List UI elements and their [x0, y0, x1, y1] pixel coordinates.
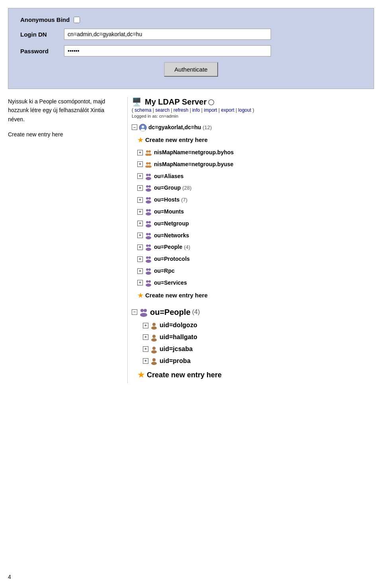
- auth-button-row: Authenticate: [20, 62, 362, 77]
- expand-people-collapsed[interactable]: +: [137, 245, 143, 250]
- label-networks[interactable]: ou=Networks: [154, 231, 189, 241]
- svg-point-41: [140, 309, 144, 312]
- label-hallgato[interactable]: uid=hallgato: [160, 332, 197, 343]
- ldap-server-title: My LDAP Server: [145, 97, 207, 107]
- label-proba[interactable]: uid=proba: [160, 355, 191, 367]
- expand-dolgozo[interactable]: +: [143, 323, 148, 328]
- svg-point-22: [146, 212, 151, 215]
- svg-point-25: [146, 224, 151, 227]
- ldap-tree: − dc=gyakorlat,dc=hu (12) ★ Create new e…: [132, 122, 374, 383]
- export-link[interactable]: export: [221, 107, 234, 113]
- expand-byuse[interactable]: +: [137, 161, 143, 167]
- instruction-text-2: Create new entry here: [8, 130, 119, 139]
- create-entry-middle[interactable]: ★ Create new entry here: [132, 289, 374, 302]
- expand-byhos[interactable]: +: [137, 150, 143, 155]
- label-byuse[interactable]: nisMapName=netgroup.byuse: [154, 159, 234, 169]
- svg-point-38: [146, 280, 148, 283]
- expand-hosts[interactable]: +: [137, 197, 143, 203]
- expand-proba[interactable]: +: [143, 358, 148, 364]
- svg-point-2: [140, 129, 145, 131]
- svg-point-27: [148, 233, 151, 235]
- auth-panel: Anonymous Bind Login DN Password Authent…: [8, 8, 374, 89]
- expand-rpc[interactable]: +: [137, 268, 143, 274]
- tree-item-aliases: + ou=Aliases: [132, 171, 374, 182]
- svg-point-35: [146, 268, 148, 271]
- root-expand[interactable]: −: [132, 124, 137, 130]
- search-link[interactable]: search: [155, 107, 170, 113]
- svg-point-17: [146, 197, 148, 200]
- star-icon-middle: ★: [137, 289, 144, 302]
- tree-item-services: + ou=Services: [132, 277, 374, 289]
- expand-group[interactable]: +: [137, 185, 143, 191]
- tree-item-jcsaba: + uid=jcsaba: [132, 343, 374, 355]
- svg-point-50: [152, 358, 156, 361]
- create-bottom-label: Create new entry here: [147, 369, 222, 381]
- root-icon: [139, 122, 147, 133]
- people-icon-networks: [144, 230, 152, 241]
- authenticate-button[interactable]: Authenticate: [164, 62, 218, 77]
- tree-item-group: + ou=Group (28): [132, 182, 374, 194]
- user-icon-hallgato: [150, 332, 158, 343]
- people-icon-protocols: [144, 253, 152, 265]
- people-icon-aliases: [144, 171, 152, 182]
- svg-point-36: [148, 268, 151, 271]
- label-netgroup[interactable]: ou=Netgroup: [154, 219, 189, 229]
- svg-point-23: [146, 221, 148, 223]
- svg-point-26: [146, 233, 148, 235]
- label-rpc[interactable]: ou=Rpc: [154, 266, 175, 276]
- password-input[interactable]: [64, 45, 271, 56]
- refresh-link[interactable]: refresh: [173, 107, 188, 113]
- ldap-header: 🖥️ My LDAP Server ◯: [132, 97, 374, 107]
- svg-point-1: [142, 126, 144, 128]
- svg-point-19: [146, 200, 151, 204]
- people-icon-hosts: [144, 194, 152, 206]
- label-people-collapsed[interactable]: ou=People: [154, 242, 182, 252]
- logout-link[interactable]: logout: [238, 107, 251, 113]
- anon-bind-checkbox[interactable]: [74, 17, 80, 23]
- label-protocols[interactable]: ou=Protocols: [154, 254, 190, 264]
- count-group: (28): [182, 183, 191, 192]
- create-top-label: Create new entry here: [145, 134, 208, 145]
- svg-point-32: [146, 256, 148, 259]
- people-icon-group: [144, 182, 152, 194]
- login-dn-input[interactable]: [64, 29, 271, 40]
- user-icon-dolgozo: [150, 320, 158, 331]
- page-number: 4: [8, 574, 11, 580]
- create-entry-top[interactable]: ★ Create new entry here: [132, 134, 374, 146]
- label-dolgozo[interactable]: uid=dolgozo: [160, 320, 197, 331]
- expand-networks[interactable]: +: [137, 233, 143, 238]
- info-link[interactable]: info: [192, 107, 200, 113]
- expand-hallgato[interactable]: +: [143, 334, 148, 340]
- expand-netgroup[interactable]: +: [137, 221, 143, 226]
- label-mounts[interactable]: ou=Mounts: [154, 207, 184, 217]
- label-services[interactable]: ou=Services: [154, 278, 187, 288]
- svg-point-33: [148, 256, 151, 259]
- label-jcsaba[interactable]: uid=jcsaba: [160, 343, 193, 355]
- root-label[interactable]: dc=gyakorlat,dc=hu: [148, 122, 201, 132]
- count-hosts: (7): [181, 195, 187, 204]
- svg-point-14: [146, 185, 148, 188]
- expand-protocols[interactable]: +: [137, 256, 143, 262]
- label-people-expanded[interactable]: ou=People: [150, 305, 191, 319]
- svg-point-3: [146, 150, 148, 153]
- import-link[interactable]: import: [204, 107, 217, 113]
- label-byhos[interactable]: nisMapName=netgroup.byhos: [154, 147, 234, 157]
- label-aliases[interactable]: ou=Aliases: [154, 171, 183, 181]
- expand-mounts[interactable]: +: [137, 209, 143, 215]
- expand-jcsaba[interactable]: +: [143, 346, 148, 352]
- svg-point-16: [146, 188, 151, 192]
- label-group[interactable]: ou=Group: [154, 183, 181, 193]
- login-dn-row: Login DN: [20, 29, 362, 40]
- schema-link[interactable]: schema: [134, 107, 151, 113]
- expand-services[interactable]: +: [137, 280, 143, 285]
- svg-point-47: [151, 338, 157, 342]
- svg-point-7: [146, 162, 148, 165]
- create-entry-bottom[interactable]: ★ Create new entry here: [132, 367, 374, 383]
- user-icon-proba: [150, 355, 158, 367]
- expand-aliases[interactable]: +: [137, 173, 143, 179]
- svg-point-45: [151, 326, 157, 330]
- expand-people-open[interactable]: −: [132, 309, 137, 315]
- label-hosts[interactable]: ou=Hosts: [154, 195, 179, 205]
- svg-point-12: [148, 174, 151, 176]
- root-node: − dc=gyakorlat,dc=hu (12): [132, 122, 374, 133]
